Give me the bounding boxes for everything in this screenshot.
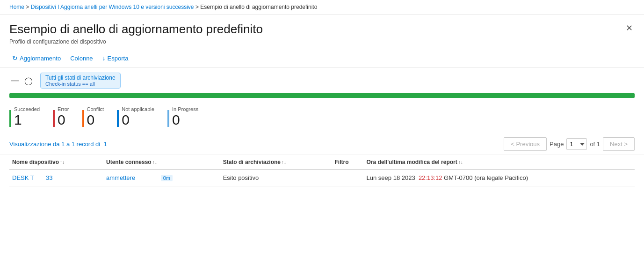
filter-dash-button[interactable]: — [9,75,21,86]
time-tz: GMT-0700 (ora legale Pacifico) [444,174,528,181]
user-cell: ammettere 0m [103,170,220,186]
column-label: Ora dell'ultima modifica del report [367,159,457,165]
close-button[interactable]: ✕ [624,22,635,34]
stat-bar [9,110,11,127]
breadcrumb-devices[interactable]: Dispositivi I Aggiorna anelli per Window… [31,4,194,10]
sort-icon: ↑↓ [152,160,157,165]
next-button[interactable]: Next > [603,137,635,151]
table-row: DESK T 33 ammettere 0m Esito positivo Lu… [9,170,635,186]
record-info: Visualizzazione da 1 a 1 record di 1 [9,141,107,148]
table-container: Nome dispositivo↑↓Utente connesso↑↓Stato… [0,155,644,186]
column-label: Utente connesso [106,159,152,165]
stat-label: Not applicable [122,106,154,112]
filter-chip[interactable]: Tutti gli stati di archiviazione Check-i… [40,73,121,89]
stat-bar [167,110,169,127]
device-name-blurred [34,174,46,181]
column-label: Stato di archiviazione [223,159,281,165]
breadcrumb-home[interactable]: Home [9,4,24,10]
table-column-header[interactable]: Stato di archiviazione↑↓ [220,155,332,170]
sort-icon: ↑↓ [282,160,286,165]
filter-cell [332,170,363,186]
refresh-icon: ↻ [12,54,18,62]
stat-bar [82,110,84,127]
previous-button[interactable]: < Previous [504,137,547,151]
table-column-header[interactable]: Utente connesso↑↓ [103,155,220,170]
device-name-link[interactable]: DESK T 33 [12,174,52,181]
stat-label: Conflict [87,106,104,112]
stat-label: Error [58,106,69,112]
filter-row: — ◯ Tutti gli stati di archiviazione Che… [0,68,644,93]
of-label: of 1 [590,141,600,148]
user-blurred [135,174,157,181]
filter-icons: — ◯ [9,75,35,86]
filter-circle-button[interactable]: ◯ [22,75,35,86]
stat-value: 0 [172,113,198,127]
user-link[interactable]: ammettere [106,174,157,181]
status-cell: Esito positivo [220,170,332,186]
stat-value: 0 [87,113,104,127]
toolbar: ↻ Aggiornamento Colonne ↓ Esporta [0,50,644,68]
stat-value: 0 [122,113,154,127]
export-button[interactable]: ↓ Esporta [100,52,131,64]
page-title: Esempio di anello di aggiornamento prede… [9,22,263,37]
column-label: Nome dispositivo [12,159,59,165]
stat-item: In Progress 0 [167,106,198,127]
column-label: Filtro [334,159,348,165]
sort-icon: ↑↓ [60,160,65,165]
stat-item: Not applicable 0 [117,106,154,127]
table-column-header[interactable]: Ora dell'ultima modifica del report↑↓ [364,155,635,170]
record-info-text: Visualizzazione da 1 a 1 record di [9,141,100,148]
table-header-row: Nome dispositivo↑↓Utente connesso↑↓Stato… [9,155,635,170]
om-badge: 0m [161,175,173,181]
record-count: 1 [103,141,107,148]
stat-value: 1 [14,113,40,127]
stat-value: 0 [58,113,69,127]
page-select[interactable]: 1 [566,138,587,150]
stat-label: In Progress [172,106,198,112]
refresh-label: Aggiornamento [20,55,61,62]
filter-chip-label: Tutti gli stati di archiviazione [45,74,116,81]
page-label: Page [550,141,564,148]
columns-button[interactable]: Colonne [67,53,95,64]
breadcrumb-current: Esempio di anello di aggiornamento prede… [200,4,317,10]
time-colored: 22:13:12 [419,174,442,181]
stat-item: Conflict 0 [82,106,104,127]
stat-item: Error 0 [53,106,69,127]
page-subtitle: Profilo di configurazione del dispositiv… [0,38,644,50]
filter-chip-sub: Check-in status == all [45,81,116,87]
data-table: Nome dispositivo↑↓Utente connesso↑↓Stato… [9,155,635,186]
stat-label: Succeeded [14,106,40,112]
export-label: Esporta [108,55,129,62]
stat-item: Succeeded 1 [9,106,40,127]
refresh-button[interactable]: ↻ Aggiornamento [9,52,64,64]
status-value: Esito positivo [223,174,259,181]
breadcrumb: Home > Dispositivi I Aggiorna anelli per… [0,0,644,15]
table-column-header: Filtro [332,155,363,170]
stat-bar [117,110,119,127]
header-row: Esempio di anello di aggiornamento prede… [0,15,644,38]
table-body: DESK T 33 ammettere 0m Esito positivo Lu… [9,170,635,186]
stat-bar [53,110,55,127]
time-date: Lun seep 18 2023 [367,174,419,181]
sort-icon: ↑↓ [458,160,463,165]
time-cell: Lun seep 18 2023 22:13:12 GMT-0700 (ora … [364,170,635,186]
page-select-wrap: 1 [566,138,587,150]
device-name-cell: DESK T 33 [9,170,103,186]
columns-label: Colonne [70,55,93,62]
progress-bar [9,93,635,98]
export-icon: ↓ [102,54,106,62]
stats-row: Succeeded 1 Error 0 Conflict 0 Not appli… [0,102,644,134]
pagination-row: Visualizzazione da 1 a 1 record di 1 < P… [0,134,644,155]
pagination-controls: < Previous Page 1 of 1 Next > [504,137,635,151]
table-column-header[interactable]: Nome dispositivo↑↓ [9,155,103,170]
